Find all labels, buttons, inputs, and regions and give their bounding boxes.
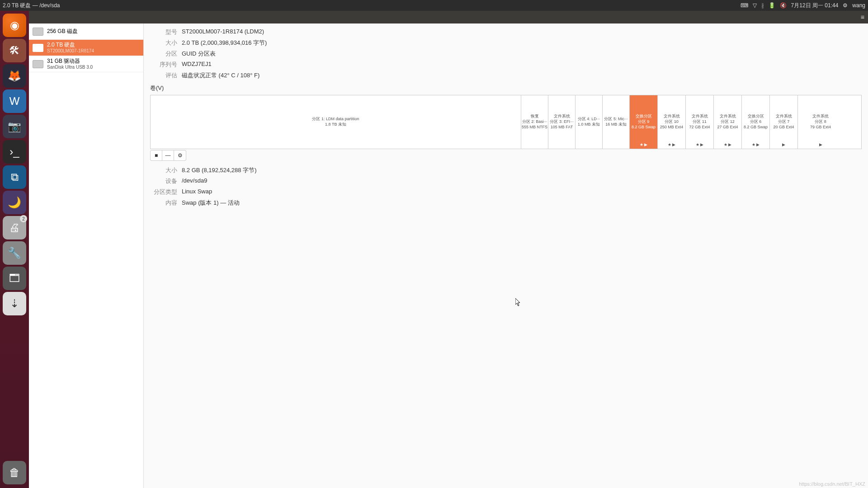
partition-line: 分区 10	[665, 119, 679, 125]
partition-3[interactable]: 分区 4: LD···1.0 MB 未知	[576, 95, 603, 149]
partition-line: 555 MB NTFS	[522, 125, 547, 130]
value-serial: WDZJ7EJ1	[182, 61, 212, 69]
launcher-settings-icon[interactable]: 🛠	[3, 39, 26, 62]
system-tray: ⌨ ▽ ∦ 🔋 🔇 7月12日 周一 01:44 ⚙ wang	[741, 2, 865, 9]
partition-1[interactable]: 恢复分区 2: Basi···555 MB NTFS	[521, 95, 548, 149]
keyboard-icon[interactable]: ⌨	[741, 2, 748, 9]
partition-line: 20 GB Ext4	[773, 125, 794, 130]
partition-line: 文件系统	[776, 114, 792, 119]
launcher: ◉ 🛠 🦊 W 📷 ›_ ⧉ 🌙 🖨2 🔧 🗔 ⇣ 🗑	[0, 11, 29, 488]
info-assessment: 评估 磁盘状况正常 (42° C / 108° F)	[150, 71, 862, 80]
partition-line: 文件系统	[812, 114, 829, 119]
launcher-stellarium-icon[interactable]: 🌙	[3, 191, 26, 214]
device-item-256gb[interactable]: 256 GB 磁盘	[29, 23, 143, 40]
launcher-wps-icon[interactable]: W	[3, 89, 26, 113]
device-list: 256 GB 磁盘 2.0 TB 硬盘 ST2000LM007-1R8174 3…	[29, 23, 144, 488]
disk-icon	[33, 28, 43, 36]
partition-footer-icons: ★ ▶	[714, 142, 741, 147]
usb-icon	[33, 60, 43, 68]
partition-line: 1.0 MB 未知	[578, 122, 600, 127]
partition-line: 分区 9	[638, 119, 650, 125]
partition-footer-icons: ★ ▶	[686, 142, 713, 147]
clock[interactable]: 7月12日 周一 01:44	[791, 2, 839, 9]
value-psize: 8.2 GB (8,192,524,288 字节)	[182, 166, 256, 174]
device-name: 256 GB 磁盘	[47, 28, 78, 34]
partition-line: 文件系统	[692, 114, 708, 119]
partition-line: 27 GB Ext4	[717, 125, 738, 130]
partition-line: 分区 1: LDM data partition	[312, 117, 359, 122]
gear-button[interactable]: ⚙	[174, 150, 186, 160]
detail-content: 内容 Swap (版本 1) — 活动	[150, 199, 862, 207]
partition-line: 分区 5: Mic···	[604, 117, 627, 122]
partition-0[interactable]: 分区 1: LDM data partition1.8 TB 未知	[151, 95, 521, 149]
sound-muted-icon[interactable]: 🔇	[780, 2, 787, 9]
top-panel: 2.0 TB 硬盘 — /dev/sda ⌨ ▽ ∦ 🔋 🔇 7月12日 周一 …	[0, 0, 868, 11]
label-pcontent: 内容	[150, 199, 177, 207]
partition-line: 16 MB 未知	[605, 122, 627, 127]
partition-5[interactable]: 交换分区分区 98.2 GB Swap★ ▶	[630, 95, 658, 149]
partition-line: 分区 2: Basi···	[522, 119, 547, 125]
device-name: 31 GB 驱动器	[47, 58, 93, 64]
partition-9[interactable]: 交换分区分区 68.2 GB Swap★ ▶	[742, 95, 770, 149]
bluetooth-icon[interactable]: ∦	[761, 2, 764, 9]
partition-line: 分区 7	[778, 119, 790, 125]
partition-4[interactable]: 分区 5: Mic···16 MB 未知	[603, 95, 630, 149]
settings-gear-icon[interactable]: ⚙	[843, 2, 848, 9]
label-pdevice: 设备	[150, 177, 177, 185]
launcher-usb-icon[interactable]: ⇣	[3, 292, 26, 315]
partition-line: 恢复	[531, 114, 539, 119]
partition-line: 交换分区	[748, 114, 764, 119]
partition-line: 分区 11	[693, 119, 707, 125]
stop-button[interactable]: ■	[151, 150, 162, 160]
detail-device: 设备 /dev/sda9	[150, 177, 862, 185]
launcher-vscode-icon[interactable]: ⧉	[3, 165, 26, 189]
partition-footer-icons: ★ ▶	[742, 142, 769, 147]
partition-footer-icons: ▶	[770, 142, 797, 147]
content-area: 型号 ST2000LM007-1R8174 (LDM2) 大小 2.0 TB (…	[144, 23, 868, 488]
partition-line: 文件系统	[720, 114, 736, 119]
printer-badge: 2	[20, 215, 27, 222]
battery-icon[interactable]: 🔋	[769, 2, 775, 9]
hamburger-menu-icon[interactable]: ≡	[861, 14, 864, 21]
partition-7[interactable]: 文件系统分区 1172 GB Ext4★ ▶	[686, 95, 714, 149]
partition-line: 8.2 GB Swap	[744, 125, 768, 130]
network-icon[interactable]: ▽	[753, 2, 757, 9]
launcher-trash-icon[interactable]: 🗑	[3, 461, 26, 484]
launcher-printer-icon[interactable]: 🖨2	[3, 216, 26, 239]
detail-size: 大小 8.2 GB (8,192,524,288 字节)	[150, 166, 862, 174]
partition-10[interactable]: 文件系统分区 720 GB Ext4▶	[770, 95, 798, 149]
launcher-dash-icon[interactable]: ◉	[3, 14, 26, 37]
partition-line: 分区 12	[721, 119, 735, 125]
partition-line: 1.8 TB 未知	[325, 122, 346, 127]
value-size: 2.0 TB (2,000,398,934,016 字节)	[182, 39, 267, 47]
partition-8[interactable]: 文件系统分区 1227 GB Ext4★ ▶	[714, 95, 742, 149]
partition-line: 分区 3: EFI···	[550, 119, 573, 125]
launcher-firefox-icon[interactable]: 🦊	[3, 64, 26, 88]
partition-2[interactable]: 文件系统分区 3: EFI···105 MB FAT	[548, 95, 576, 149]
value-pcontent: Swap (版本 1) — 活动	[182, 199, 240, 207]
partition-line: 分区 8	[815, 119, 826, 125]
label-ptype: 分区类型	[150, 188, 177, 196]
launcher-files-icon[interactable]: 🗔	[3, 267, 26, 290]
info-serial: 序列号 WDZJ7EJ1	[150, 61, 862, 69]
partition-11[interactable]: 文件系统分区 879 GB Ext4▶	[798, 95, 843, 149]
launcher-terminal-icon[interactable]: ›_	[3, 140, 26, 164]
device-name: 2.0 TB 硬盘	[47, 42, 94, 48]
partition-line: 分区 4: LD···	[578, 117, 600, 122]
device-item-31gb[interactable]: 31 GB 驱动器 SanDisk Ultra USB 3.0	[29, 56, 143, 72]
partition-footer-icons: ▶	[798, 142, 843, 147]
partition-line: 72 GB Ext4	[689, 125, 710, 130]
minus-button[interactable]: —	[162, 150, 174, 160]
partition-footer-icons: ★ ▶	[630, 142, 657, 147]
partition-6[interactable]: 文件系统分区 10250 MB Ext4★ ▶	[658, 95, 686, 149]
launcher-screenshot-icon[interactable]: 📷	[3, 115, 26, 138]
device-sub: SanDisk Ultra USB 3.0	[47, 65, 93, 70]
launcher-disks-icon[interactable]: 🔧	[3, 241, 26, 265]
user-name[interactable]: wang	[852, 2, 865, 9]
disk-icon	[33, 44, 43, 52]
partition-line: 79 GB Ext4	[810, 125, 831, 130]
device-item-2tb[interactable]: 2.0 TB 硬盘 ST2000LM007-1R8174	[29, 40, 143, 56]
partition-bar: 分区 1: LDM data partition1.8 TB 未知恢复分区 2:…	[150, 95, 862, 149]
disks-app: 256 GB 磁盘 2.0 TB 硬盘 ST2000LM007-1R8174 3…	[29, 23, 868, 488]
partition-line: 分区 6	[750, 119, 762, 125]
